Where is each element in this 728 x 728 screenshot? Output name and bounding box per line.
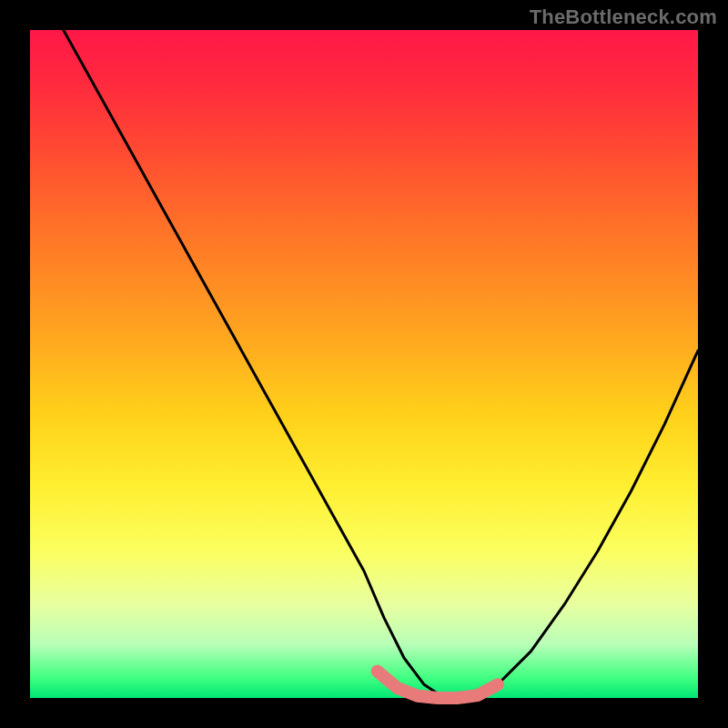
curve-layer — [30, 30, 698, 698]
bottleneck-curve — [64, 30, 698, 698]
chart-frame: TheBottleneck.com — [0, 0, 728, 728]
valley-highlight — [378, 672, 498, 698]
plot-area — [30, 30, 698, 698]
watermark-text: TheBottleneck.com — [530, 5, 717, 29]
